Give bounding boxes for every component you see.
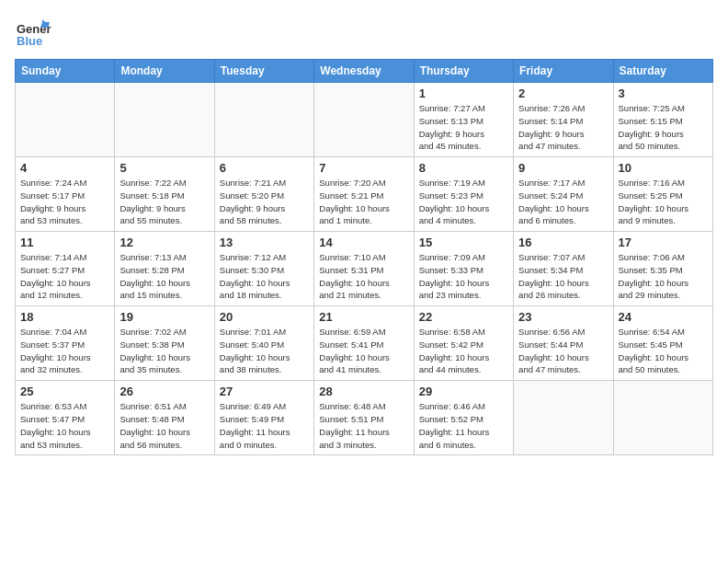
day-number: 29 [419,385,508,398]
day-info: Sunrise: 7:22 AMSunset: 5:18 PMDaylight:… [119,177,209,227]
calendar-cell [16,83,115,157]
calendar-header-thursday: Thursday [414,60,513,83]
calendar-header-row: SundayMondayTuesdayWednesdayThursdayFrid… [16,60,713,83]
day-info: Sunrise: 7:06 AMSunset: 5:35 PMDaylight:… [619,251,708,302]
calendar-cell: 9Sunrise: 7:17 AMSunset: 5:24 PMDaylight… [514,157,613,232]
day-number: 10 [619,161,708,175]
calendar-cell: 29Sunrise: 6:46 AMSunset: 5:52 PMDayligh… [414,381,513,455]
day-info: Sunrise: 7:13 AMSunset: 5:28 PMDaylight:… [119,251,209,302]
day-number: 8 [419,161,508,175]
svg-text:Blue: Blue [17,34,42,48]
day-number: 23 [518,310,608,324]
day-info: Sunrise: 7:10 AMSunset: 5:31 PMDaylight:… [319,251,408,302]
day-info: Sunrise: 7:04 AMSunset: 5:37 PMDaylight:… [20,326,109,376]
day-info: Sunrise: 7:25 AMSunset: 5:15 PMDaylight:… [619,102,708,153]
calendar-cell: 22Sunrise: 6:58 AMSunset: 5:42 PMDayligh… [414,306,513,381]
calendar-cell: 16Sunrise: 7:07 AMSunset: 5:34 PMDayligh… [514,232,613,306]
day-number: 6 [220,161,309,175]
day-info: Sunrise: 6:56 AMSunset: 5:44 PMDaylight:… [518,326,608,376]
day-info: Sunrise: 7:09 AMSunset: 5:33 PMDaylight:… [419,251,508,302]
calendar-cell: 18Sunrise: 7:04 AMSunset: 5:37 PMDayligh… [16,306,115,381]
calendar-cell: 1Sunrise: 7:27 AMSunset: 5:13 PMDaylight… [414,83,513,157]
calendar-cell: 13Sunrise: 7:12 AMSunset: 5:30 PMDayligh… [214,232,313,306]
day-info: Sunrise: 7:17 AMSunset: 5:24 PMDaylight:… [518,177,608,227]
calendar-cell: 17Sunrise: 7:06 AMSunset: 5:35 PMDayligh… [613,232,712,306]
calendar-cell: 21Sunrise: 6:59 AMSunset: 5:41 PMDayligh… [314,306,414,381]
calendar-cell: 11Sunrise: 7:14 AMSunset: 5:27 PMDayligh… [16,232,115,306]
logo-icon: General Blue [15,15,51,52]
day-number: 21 [319,310,408,324]
day-number: 3 [619,86,708,100]
calendar-header-friday: Friday [514,60,613,83]
calendar-cell: 2Sunrise: 7:26 AMSunset: 5:14 PMDaylight… [514,83,613,157]
calendar-cell: 24Sunrise: 6:54 AMSunset: 5:45 PMDayligh… [613,306,712,381]
calendar-week-row: 4Sunrise: 7:24 AMSunset: 5:17 PMDaylight… [16,157,713,232]
day-info: Sunrise: 7:27 AMSunset: 5:13 PMDaylight:… [419,102,508,153]
day-number: 7 [319,161,408,175]
day-number: 20 [220,310,309,324]
calendar-cell: 27Sunrise: 6:49 AMSunset: 5:49 PMDayligh… [214,381,313,455]
day-number: 13 [220,236,309,249]
day-number: 17 [619,236,708,249]
day-number: 28 [319,385,408,398]
day-number: 16 [518,236,608,249]
calendar-header-wednesday: Wednesday [314,60,414,83]
calendar-cell: 20Sunrise: 7:01 AMSunset: 5:40 PMDayligh… [214,306,313,381]
day-info: Sunrise: 6:51 AMSunset: 5:48 PMDaylight:… [119,400,209,451]
day-number: 19 [119,310,209,324]
day-number: 9 [518,161,608,175]
day-number: 27 [220,385,309,398]
calendar-cell: 3Sunrise: 7:25 AMSunset: 5:15 PMDaylight… [613,83,712,157]
day-number: 2 [518,86,608,100]
calendar-cell: 19Sunrise: 7:02 AMSunset: 5:38 PMDayligh… [115,306,214,381]
logo: General Blue [15,15,51,52]
day-number: 22 [419,310,508,324]
day-info: Sunrise: 7:19 AMSunset: 5:23 PMDaylight:… [419,177,508,227]
calendar-cell [514,381,613,455]
day-info: Sunrise: 6:53 AMSunset: 5:47 PMDaylight:… [20,400,109,451]
calendar-cell: 15Sunrise: 7:09 AMSunset: 5:33 PMDayligh… [414,232,513,306]
calendar-cell: 5Sunrise: 7:22 AMSunset: 5:18 PMDaylight… [115,157,214,232]
calendar-cell: 28Sunrise: 6:48 AMSunset: 5:51 PMDayligh… [314,381,414,455]
day-info: Sunrise: 6:54 AMSunset: 5:45 PMDaylight:… [619,326,708,376]
day-number: 12 [119,236,209,249]
day-number: 18 [20,310,109,324]
day-number: 4 [20,161,109,175]
calendar-header-tuesday: Tuesday [214,60,313,83]
calendar-week-row: 25Sunrise: 6:53 AMSunset: 5:47 PMDayligh… [16,381,713,455]
day-info: Sunrise: 7:26 AMSunset: 5:14 PMDaylight:… [518,102,608,153]
day-info: Sunrise: 7:02 AMSunset: 5:38 PMDaylight:… [119,326,209,376]
calendar-week-row: 18Sunrise: 7:04 AMSunset: 5:37 PMDayligh… [16,306,713,381]
day-number: 1 [419,86,508,100]
calendar-cell: 26Sunrise: 6:51 AMSunset: 5:48 PMDayligh… [115,381,214,455]
day-info: Sunrise: 7:16 AMSunset: 5:25 PMDaylight:… [619,177,708,227]
calendar-cell [115,83,214,157]
day-number: 14 [319,236,408,249]
day-info: Sunrise: 6:46 AMSunset: 5:52 PMDaylight:… [419,400,508,451]
calendar-cell: 6Sunrise: 7:21 AMSunset: 5:20 PMDaylight… [214,157,313,232]
calendar-cell [314,83,414,157]
calendar-header-sunday: Sunday [16,60,115,83]
day-number: 15 [419,236,508,249]
day-number: 26 [119,385,209,398]
day-info: Sunrise: 6:59 AMSunset: 5:41 PMDaylight:… [319,326,408,376]
day-info: Sunrise: 7:24 AMSunset: 5:17 PMDaylight:… [20,177,109,227]
day-info: Sunrise: 6:58 AMSunset: 5:42 PMDaylight:… [419,326,508,376]
calendar-cell: 23Sunrise: 6:56 AMSunset: 5:44 PMDayligh… [514,306,613,381]
day-number: 24 [619,310,708,324]
day-number: 25 [20,385,109,398]
day-info: Sunrise: 7:01 AMSunset: 5:40 PMDaylight:… [220,326,309,376]
calendar-header-saturday: Saturday [613,60,712,83]
day-number: 11 [20,236,109,249]
calendar-cell: 8Sunrise: 7:19 AMSunset: 5:23 PMDaylight… [414,157,513,232]
day-info: Sunrise: 7:21 AMSunset: 5:20 PMDaylight:… [220,177,309,227]
calendar-week-row: 1Sunrise: 7:27 AMSunset: 5:13 PMDaylight… [16,83,713,157]
calendar-table: SundayMondayTuesdayWednesdayThursdayFrid… [15,59,713,455]
header: General Blue [15,15,713,52]
day-info: Sunrise: 6:49 AMSunset: 5:49 PMDaylight:… [220,400,309,451]
calendar-cell: 4Sunrise: 7:24 AMSunset: 5:17 PMDaylight… [16,157,115,232]
day-number: 5 [119,161,209,175]
calendar-cell: 25Sunrise: 6:53 AMSunset: 5:47 PMDayligh… [16,381,115,455]
calendar-cell [613,381,712,455]
day-info: Sunrise: 7:14 AMSunset: 5:27 PMDaylight:… [20,251,109,302]
